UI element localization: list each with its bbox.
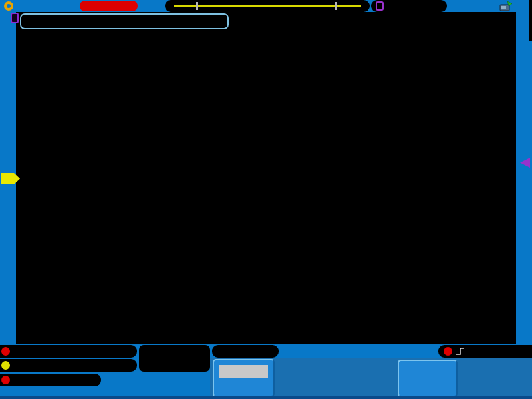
ch1-readout: [0, 345, 137, 358]
trigger-position-flag-icon[interactable]: [11, 13, 19, 23]
owon-logo: [4, 0, 14, 12]
rising-edge-icon: [456, 347, 466, 356]
trigger-shield-icon: [376, 1, 384, 11]
bottom-strip: [0, 396, 532, 399]
trigger-level-display: [438, 345, 532, 358]
type-button[interactable]: [213, 359, 275, 397]
graticule: [16, 12, 516, 344]
owon-logo-ring-icon: [4, 1, 13, 11]
save-button[interactable]: [398, 360, 458, 397]
save-message-box: [20, 13, 229, 29]
type-value[interactable]: [219, 365, 268, 378]
corner-strip: [529, 0, 532, 41]
ch1-badge: [1, 347, 10, 356]
trigger-source-badge: [444, 347, 452, 356]
acquisition-info: [139, 345, 210, 372]
trigger-position-marker[interactable]: [335, 2, 337, 10]
oscilloscope-screen: [0, 0, 532, 399]
run-status-button[interactable]: [80, 1, 138, 11]
trigger-position-bar: [165, 0, 370, 12]
vk-readout: [0, 374, 101, 386]
trigger-record-line: [174, 5, 361, 7]
usb-storage-icon: [499, 1, 513, 11]
waveform-canvas: [16, 12, 516, 344]
trigger-time-display: [371, 0, 447, 12]
timebase-display: [212, 345, 279, 358]
ch2-badge: [1, 361, 10, 370]
view-window-marker[interactable]: [196, 2, 198, 10]
vk-badge: [1, 376, 10, 384]
trigger-level-arrow-icon[interactable]: [518, 157, 531, 169]
ch2-zero-marker[interactable]: [0, 172, 21, 186]
ch2-readout: [0, 359, 137, 372]
